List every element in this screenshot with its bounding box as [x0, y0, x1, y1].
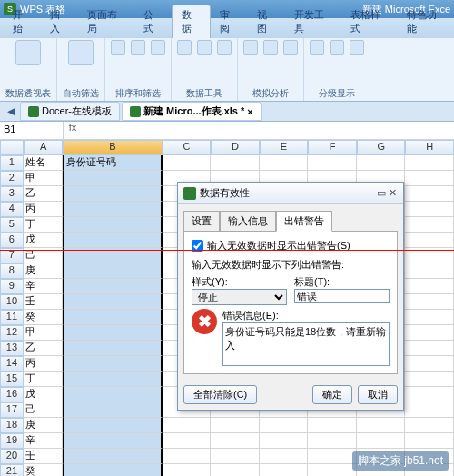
ribbon-tab[interactable]: 页面布局 — [78, 5, 134, 38]
cell[interactable] — [163, 418, 212, 433]
cell[interactable]: 戊 — [24, 233, 64, 248]
cell[interactable] — [357, 433, 406, 449]
dialog-tab[interactable]: 设置 — [183, 211, 220, 232]
cell[interactable] — [63, 418, 162, 433]
cell[interactable] — [405, 402, 454, 418]
ribbon-button[interactable] — [15, 40, 41, 65]
dialog-tab[interactable]: 出错警告 — [276, 211, 332, 232]
cell[interactable]: 丙 — [24, 202, 64, 217]
ribbon-tab[interactable]: 开发工具 — [285, 5, 341, 38]
ribbon-button[interactable] — [283, 40, 298, 55]
cell[interactable] — [405, 233, 454, 248]
ribbon-button[interactable] — [68, 40, 94, 65]
ribbon-tab[interactable]: 审阅 — [211, 5, 248, 38]
cell[interactable] — [63, 186, 162, 202]
cell[interactable] — [163, 155, 212, 171]
cell[interactable]: 身份证号码 — [63, 155, 162, 171]
cell[interactable] — [163, 449, 212, 464]
close-icon[interactable]: ▭ ✕ — [376, 187, 398, 199]
cell[interactable]: 戊 — [24, 387, 64, 402]
row-header[interactable]: 16 — [0, 387, 24, 402]
row-header[interactable]: 18 — [0, 418, 24, 433]
cell[interactable] — [63, 279, 162, 294]
workbook-tab[interactable]: Docer-在线模板 — [20, 102, 120, 121]
ribbon-button[interactable] — [111, 40, 125, 55]
message-textarea[interactable]: 身份证号码只能是18位数，请重新输入 — [222, 322, 390, 366]
cell[interactable] — [405, 294, 454, 310]
cell[interactable] — [405, 372, 454, 387]
row-header[interactable]: 17 — [0, 402, 24, 418]
cell[interactable] — [405, 217, 454, 233]
cell[interactable] — [211, 433, 260, 449]
column-header[interactable]: D — [211, 140, 260, 155]
cell[interactable] — [63, 233, 162, 248]
cell[interactable] — [63, 387, 162, 402]
dialog-titlebar[interactable]: 数据有效性 ▭ ✕ — [178, 183, 403, 204]
row-header[interactable]: 20 — [0, 449, 24, 464]
cell[interactable]: 辛 — [24, 433, 64, 449]
cell[interactable] — [63, 372, 162, 387]
cell[interactable] — [63, 464, 162, 476]
row-header[interactable]: 11 — [0, 310, 24, 325]
cell[interactable] — [63, 171, 162, 186]
cell[interactable] — [260, 418, 309, 433]
fx-icon[interactable]: fx — [64, 122, 82, 139]
row-header[interactable]: 10 — [0, 294, 24, 310]
row-header[interactable]: 14 — [0, 356, 24, 372]
cell[interactable]: 乙 — [24, 341, 64, 356]
column-header[interactable]: H — [405, 140, 454, 155]
tab-scroll-left-icon[interactable]: ◀ — [4, 105, 18, 117]
cell[interactable] — [308, 418, 357, 433]
ribbon-button[interactable] — [243, 40, 258, 55]
row-header[interactable]: 12 — [0, 325, 24, 341]
cell[interactable] — [260, 464, 309, 476]
column-header[interactable]: C — [163, 140, 212, 155]
cell[interactable]: 甲 — [24, 325, 64, 341]
clear-all-button[interactable]: 全部清除(C) — [183, 385, 257, 404]
cell[interactable]: 癸 — [24, 464, 64, 476]
row-header[interactable]: 1 — [0, 155, 24, 171]
cell[interactable] — [63, 202, 162, 217]
row-header[interactable]: 5 — [0, 217, 24, 233]
cell[interactable] — [405, 433, 454, 449]
ribbon-button[interactable] — [177, 40, 192, 55]
workbook-tab[interactable]: 新建 Micro...作表.xls * × — [122, 102, 262, 121]
cell[interactable] — [63, 294, 162, 310]
row-header[interactable]: 8 — [0, 263, 24, 279]
cell[interactable] — [63, 310, 162, 325]
cell[interactable] — [405, 310, 454, 325]
cell[interactable]: 癸 — [24, 310, 64, 325]
cell[interactable] — [63, 449, 162, 464]
cell[interactable] — [63, 402, 162, 418]
ribbon-button[interactable] — [197, 40, 212, 55]
cancel-button[interactable]: 取消 — [358, 385, 398, 404]
dialog-tab[interactable]: 输入信息 — [220, 211, 276, 232]
cell[interactable] — [308, 433, 357, 449]
column-header[interactable]: F — [308, 140, 357, 155]
row-header[interactable]: 4 — [0, 202, 24, 217]
ribbon-tab[interactable]: 公式 — [134, 5, 172, 38]
column-header[interactable]: E — [260, 140, 309, 155]
column-header[interactable]: G — [357, 140, 406, 155]
select-all-cell[interactable] — [0, 140, 24, 155]
row-header[interactable]: 15 — [0, 372, 24, 387]
cell[interactable] — [405, 418, 454, 433]
cell[interactable] — [405, 186, 454, 202]
ribbon-tab[interactable]: 开始 — [4, 5, 41, 38]
row-header[interactable]: 19 — [0, 433, 24, 449]
cell[interactable]: 丁 — [24, 372, 64, 387]
cell[interactable] — [405, 341, 454, 356]
cell[interactable]: 丙 — [24, 356, 64, 372]
ribbon-tab[interactable]: 表格样式 — [341, 5, 398, 38]
cell[interactable] — [357, 418, 406, 433]
cell[interactable] — [405, 279, 454, 294]
cell[interactable] — [63, 356, 162, 372]
cell[interactable] — [405, 202, 454, 217]
cell[interactable]: 辛 — [24, 279, 64, 294]
cell[interactable] — [211, 449, 260, 464]
row-header[interactable]: 2 — [0, 171, 24, 186]
ok-button[interactable]: 确定 — [312, 385, 352, 404]
cell[interactable] — [260, 449, 309, 464]
cell[interactable] — [63, 341, 162, 356]
row-header[interactable]: 9 — [0, 279, 24, 294]
